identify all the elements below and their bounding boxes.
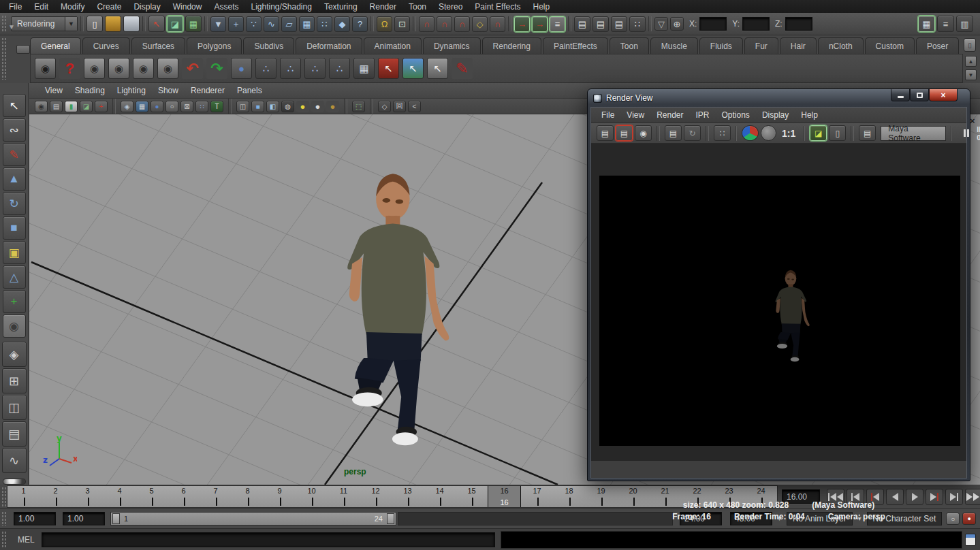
rv-menu-options[interactable]: Options: [716, 109, 756, 121]
mask-curves-icon[interactable]: ∿: [264, 16, 279, 32]
layout-two-pane-icon[interactable]: ◫: [2, 395, 27, 420]
pause-ipr-button[interactable]: [964, 129, 969, 137]
textured-mode-icon[interactable]: T: [210, 101, 223, 112]
rv-menu-ipr[interactable]: IPR: [690, 109, 716, 121]
delete-sphere-icon[interactable]: ●: [231, 58, 252, 79]
use-all-lights-icon[interactable]: ◍: [281, 101, 294, 112]
y-coordinate-field[interactable]: [742, 17, 770, 31]
bookmark-icon[interactable]: ▮: [65, 101, 78, 112]
gold-light-icon[interactable]: ●: [326, 101, 339, 112]
maximize-button[interactable]: [910, 89, 929, 101]
input-connections-icon[interactable]: →: [514, 16, 530, 32]
rv-open-render-settings-icon[interactable]: ▤: [859, 125, 876, 141]
shelf-tab-deformation[interactable]: Deformation: [296, 37, 362, 54]
hypergraph-icon[interactable]: ▦: [353, 58, 375, 79]
frame-9[interactable]: 9: [264, 486, 296, 507]
zoom-camera-icon[interactable]: ◉: [157, 58, 178, 79]
redo-arrow-icon[interactable]: ↷: [206, 58, 227, 79]
panel-menu-view[interactable]: View: [39, 84, 69, 97]
undo-arrow-icon[interactable]: ↶: [182, 58, 203, 79]
selection-mask-menu-icon[interactable]: ▼: [210, 16, 226, 32]
shelf-tab-fluids[interactable]: Fluids: [699, 37, 743, 54]
render-view-titlebar[interactable]: Render View ×: [588, 89, 970, 107]
menu-file[interactable]: File: [3, 1, 28, 13]
frame-3[interactable]: 3: [72, 486, 104, 507]
panel-menu-show[interactable]: Show: [152, 84, 185, 97]
wireframe-mode-icon[interactable]: ◈: [121, 101, 133, 112]
menu-render[interactable]: Render: [364, 1, 402, 13]
rendered-image[interactable]: [599, 176, 960, 446]
cluster-pair-icon[interactable]: ∴: [329, 58, 350, 79]
menu-lighting-shading[interactable]: Lighting/Shading: [244, 1, 317, 13]
shelf-tab-rendering[interactable]: Rendering: [482, 37, 541, 54]
rv-menu-help[interactable]: Help: [795, 109, 824, 121]
frame-10[interactable]: 10: [296, 486, 328, 507]
panel-menu-panels[interactable]: Panels: [231, 84, 268, 97]
minimize-button[interactable]: [891, 89, 910, 101]
alpha-channel-icon[interactable]: [761, 125, 776, 141]
shelf-tab-fur[interactable]: Fur: [744, 37, 778, 54]
mask-handles-icon[interactable]: +: [228, 16, 244, 32]
panel-menu-renderer[interactable]: Renderer: [185, 84, 231, 97]
cluster-group-icon[interactable]: ∴: [280, 58, 301, 79]
open-render-view-icon[interactable]: ▤: [574, 16, 590, 32]
frame-2[interactable]: 2: [39, 486, 72, 507]
menu-stereo[interactable]: Stereo: [432, 1, 469, 13]
menu-edit[interactable]: Edit: [28, 1, 54, 13]
soft-mod-tool-icon[interactable]: △: [3, 265, 26, 289]
frame-6[interactable]: 6: [168, 486, 200, 507]
cluster-single-icon[interactable]: ∴: [304, 58, 326, 79]
snap-to-camera-icon[interactable]: ◉: [35, 101, 48, 112]
shelf-tab-curves[interactable]: Curves: [82, 37, 130, 54]
new-scene-icon[interactable]: ▯: [86, 16, 103, 32]
paint-brush-icon[interactable]: ✎: [452, 58, 473, 79]
panel-menu-lighting[interactable]: Lighting: [111, 84, 152, 97]
frame-11[interactable]: 11: [328, 486, 360, 507]
layout-graph-pane-icon[interactable]: ∿: [2, 448, 27, 473]
frame-all-icon[interactable]: 回: [393, 101, 406, 112]
save-scene-icon[interactable]: [123, 16, 140, 32]
frame-8[interactable]: 8: [232, 486, 264, 507]
rotate-tool-icon[interactable]: ↻: [3, 192, 26, 215]
scene-reel-icon[interactable]: ◉: [35, 58, 56, 79]
menu-texturing[interactable]: Texturing: [318, 1, 364, 13]
construction-history-icon[interactable]: ≡: [550, 16, 565, 32]
open-scene-icon[interactable]: [105, 16, 121, 32]
shelf-tab-poser[interactable]: Poser: [916, 37, 959, 54]
panel-close-icon[interactable]: ×: [970, 116, 975, 126]
tumble-camera-icon[interactable]: ◉: [84, 58, 105, 79]
channel-box-toggle-icon[interactable]: ▥: [956, 16, 973, 32]
shaded-cube-icon[interactable]: ■: [251, 101, 264, 112]
select-green-cube-icon[interactable]: ↖: [402, 58, 424, 79]
command-grip[interactable]: [1, 531, 7, 547]
frame-17[interactable]: 17: [521, 486, 553, 507]
select-hierarchy-icon[interactable]: ↖: [148, 16, 165, 32]
render-settings-icon[interactable]: ∷: [629, 16, 646, 32]
rv-remove-image-icon[interactable]: ▯: [829, 125, 846, 141]
camera-attributes-icon[interactable]: ▤: [50, 101, 63, 112]
snap-grid-icon[interactable]: ∩: [419, 16, 434, 32]
snap-curve-icon[interactable]: ∩: [437, 16, 452, 32]
wire-cube-icon[interactable]: ◇: [378, 101, 391, 112]
range-grip[interactable]: [1, 511, 7, 526]
menu-display[interactable]: Display: [127, 1, 166, 13]
flat-shade-icon[interactable]: ○: [165, 101, 178, 112]
tool-settings-toggle-icon[interactable]: ≡: [937, 16, 954, 32]
menu-set-selector[interactable]: Rendering ▼: [11, 16, 78, 31]
shelf-tab-painteffects[interactable]: PaintEffects: [543, 37, 608, 54]
shelf-tab-ncloth[interactable]: nCloth: [818, 37, 864, 54]
rv-menu-render[interactable]: Render: [650, 109, 689, 121]
lock-selection-icon[interactable]: Ω: [377, 16, 392, 32]
chevron-down-icon[interactable]: ▼: [65, 17, 77, 31]
select-object-icon[interactable]: ◪: [167, 16, 183, 32]
animation-start-field[interactable]: [14, 512, 56, 525]
shelf-tab-toggle-button[interactable]: [16, 45, 30, 54]
range-slider[interactable]: 1 24: [110, 512, 396, 525]
xray-joints-icon[interactable]: ∷: [195, 101, 208, 112]
mask-dynamics-icon[interactable]: ∷: [317, 16, 332, 32]
z-coordinate-field[interactable]: [785, 17, 812, 31]
default-material-icon[interactable]: ◫: [236, 101, 249, 112]
range-end-handle[interactable]: [387, 513, 394, 524]
universal-manipulator-icon[interactable]: ▣: [3, 241, 26, 264]
yellow-light-icon[interactable]: ●: [296, 101, 309, 112]
